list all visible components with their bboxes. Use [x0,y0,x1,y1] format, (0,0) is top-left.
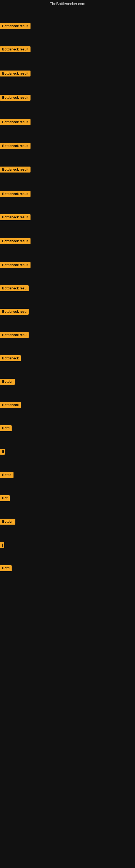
bottleneck-result-badge[interactable]: Bottleneck result [0,23,31,29]
bottleneck-badge-container: Bottleneck [0,355,21,362]
bottleneck-result-badge[interactable]: Bottleneck resu [0,285,29,291]
bottleneck-badge-container: Bottleneck result [0,70,31,78]
bottleneck-badge-container: Bottleneck [0,402,21,409]
bottleneck-badge-container: Bottleneck result [0,191,31,198]
bottleneck-result-badge[interactable]: Bottleneck result [0,262,31,268]
bottleneck-result-badge[interactable]: Bottler [0,379,15,384]
bottleneck-result-badge[interactable]: Bottleneck resu [0,332,29,338]
bottleneck-result-badge[interactable]: Bottleneck result [0,119,31,125]
bottleneck-result-badge[interactable]: Bottleneck result [0,46,31,52]
bottleneck-result-badge[interactable]: Bottl [0,425,12,431]
bottleneck-result-badge[interactable]: Bottleneck resu [0,309,29,315]
bottleneck-badge-container: B [0,448,5,456]
bottleneck-badge-container: Bottleneck result [0,95,31,102]
bottleneck-result-badge[interactable]: Bot [0,495,10,501]
bottleneck-result-badge[interactable]: B [0,448,5,455]
bottleneck-result-badge[interactable]: Bottleneck result [0,214,31,220]
bottleneck-result-badge[interactable]: Bottleneck result [0,95,31,101]
bottleneck-badge-container: Bottleneck result [0,119,31,126]
bottleneck-result-badge[interactable]: Bottleneck result [0,166,31,173]
bottleneck-badge-container: Bottleneck result [0,143,31,150]
bottleneck-result-badge[interactable]: Bottlen [0,519,15,525]
bottleneck-badge-container: Bottleneck resu [0,285,29,292]
bottleneck-badge-container: Bottleneck result [0,166,31,174]
bottleneck-badge-container: Bot [0,495,10,502]
bottleneck-result-badge[interactable]: Bottle [0,472,13,478]
bottleneck-badge-container: Bottleneck result [0,46,31,54]
bottleneck-badge-container: Bottleneck result [0,214,31,221]
bottleneck-badge-container: Bottler [0,379,15,386]
bottleneck-result-badge[interactable]: Bottleneck [0,402,21,408]
bottleneck-result-badge[interactable]: Bottleneck [0,355,21,361]
bottleneck-result-badge[interactable]: | [0,542,4,548]
bottleneck-badge-container: Bottle [0,472,13,479]
bottleneck-badge-container: Bottleneck resu [0,309,29,316]
bottleneck-result-badge[interactable]: Bottleneck result [0,238,31,244]
bottleneck-result-badge[interactable]: Bottleneck result [0,70,31,76]
bottleneck-result-badge[interactable]: Bottleneck result [0,191,31,197]
bottleneck-result-badge[interactable]: Bottl [0,565,12,571]
bottleneck-badge-container: | [0,542,4,549]
bottleneck-badge-container: Bottl [0,565,12,572]
site-title: TheBottlenecker.com [0,0,135,8]
bottleneck-badge-container: Bottleneck resu [0,332,29,339]
bottleneck-badge-container: Bottlen [0,519,15,526]
bottleneck-badge-container: Bottl [0,425,12,432]
bottleneck-badge-container: Bottleneck result [0,23,31,30]
bottleneck-result-badge[interactable]: Bottleneck result [0,143,31,149]
bottleneck-badge-container: Bottleneck result [0,238,31,245]
bottleneck-badge-container: Bottleneck result [0,262,31,269]
